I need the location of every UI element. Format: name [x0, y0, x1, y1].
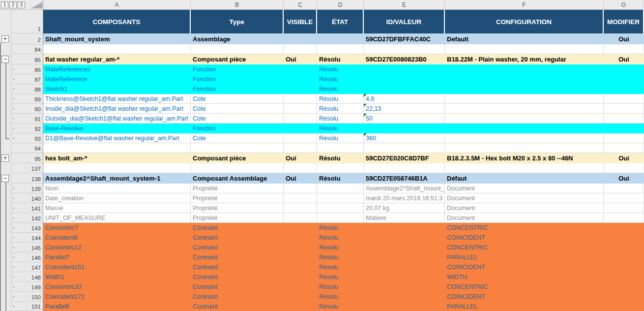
row-header-137[interactable]: 137	[11, 163, 43, 173]
cell-F149[interactable]: CONCENTRIC	[445, 282, 604, 292]
outline-level-3-button[interactable]: 3	[18, 1, 25, 8]
cell-B141[interactable]: Propriété	[191, 203, 284, 213]
cell-A142[interactable]: UNIT_OF_MEASURE	[43, 213, 191, 223]
row-header-85[interactable]: 85	[11, 54, 43, 64]
cell-D150[interactable]: Résolu	[317, 292, 364, 302]
cell-F142[interactable]: Document	[445, 213, 604, 223]
cell-G146[interactable]	[604, 252, 644, 262]
cell-E148[interactable]	[364, 272, 445, 282]
cell-D84[interactable]	[317, 44, 364, 54]
row-header-138[interactable]: 138	[11, 173, 43, 184]
cell-D138[interactable]: Résolu	[317, 173, 364, 184]
cell-A151[interactable]: Parallel6	[43, 302, 191, 311]
cell-F2[interactable]: Default	[445, 33, 604, 44]
cell-E150[interactable]	[364, 292, 445, 302]
cell-E142[interactable]: Matiere	[364, 213, 445, 223]
cell-G141[interactable]	[604, 203, 644, 213]
cell-E147[interactable]	[364, 262, 445, 272]
cell-A145[interactable]: Concentric12	[43, 243, 191, 252]
row-header-93[interactable]: 93	[11, 133, 43, 143]
cell-E88[interactable]	[364, 84, 445, 94]
cell-F147[interactable]: COINCIDENT	[445, 262, 604, 272]
collapse-group-button[interactable]: −	[1, 56, 9, 63]
row-header-92[interactable]: 92	[11, 124, 43, 133]
cell-B139[interactable]: Propriété	[191, 184, 284, 193]
cell-C91[interactable]	[284, 114, 317, 124]
row-header-90[interactable]: 90	[11, 104, 43, 114]
cell-B90[interactable]: Cote	[191, 104, 284, 114]
cell-E146[interactable]	[364, 252, 445, 262]
cell-F148[interactable]: WIDTH	[445, 272, 604, 282]
column-header-D[interactable]: D	[317, 0, 364, 9]
cell-A141[interactable]: Masse	[43, 203, 191, 213]
cell-A95[interactable]: hex bolt_am-*	[43, 153, 191, 163]
cell-C146[interactable]	[284, 252, 317, 262]
cell-A144[interactable]: Coincident6	[43, 233, 191, 243]
cell-G95[interactable]: Oui	[604, 153, 644, 163]
cell-E139[interactable]: Assemblage2^Shaft_mount_	[364, 184, 445, 193]
cell-C143[interactable]	[284, 223, 317, 233]
cell-D148[interactable]: Résolu	[317, 272, 364, 282]
row-header-140[interactable]: 140	[11, 193, 43, 203]
cell-B84[interactable]	[191, 44, 284, 54]
cell-D151[interactable]: Résolu	[317, 302, 364, 311]
cell-E92[interactable]	[364, 124, 445, 133]
cell-A85[interactable]: flat washer regular_am-*	[43, 54, 191, 64]
cell-E2[interactable]: 59CD27DFBFFAC40C	[364, 33, 445, 44]
cell-D85[interactable]: Résolu	[317, 54, 364, 64]
cell-C2[interactable]	[284, 33, 317, 44]
header-cell-modifier[interactable]: MODIFIER	[604, 10, 644, 33]
cell-A143[interactable]: Concentric7	[43, 223, 191, 233]
row-header-84[interactable]: 84	[11, 44, 43, 54]
cell-D2[interactable]	[317, 33, 364, 44]
cell-B91[interactable]: Cote	[191, 114, 284, 124]
cell-G2[interactable]: Oui	[604, 33, 644, 44]
column-header-B[interactable]: B	[191, 0, 284, 9]
cell-D92[interactable]: Résolu	[317, 124, 364, 133]
cell-E89[interactable]: 4,6	[364, 94, 445, 104]
cell-C145[interactable]	[284, 243, 317, 252]
cell-B148[interactable]: Contraint	[191, 272, 284, 282]
cell-D93[interactable]: Résolu	[317, 133, 364, 143]
cell-C87[interactable]	[284, 74, 317, 84]
cell-E91[interactable]: 50	[364, 114, 445, 124]
cell-G149[interactable]	[604, 282, 644, 292]
cell-F143[interactable]: CONCENTRIC	[445, 223, 604, 233]
cell-C90[interactable]	[284, 104, 317, 114]
cell-G91[interactable]	[604, 114, 644, 124]
cell-C86[interactable]	[284, 64, 317, 74]
row-header-146[interactable]: 146	[11, 252, 43, 262]
row-header-2[interactable]: 2	[11, 33, 43, 44]
cell-E141[interactable]: 20.07 kg	[364, 203, 445, 213]
cell-G142[interactable]	[604, 213, 644, 223]
select-all-corner-icon[interactable]	[31, 2, 42, 8]
cell-D90[interactable]: Résolu	[317, 104, 364, 114]
cell-E140[interactable]: mardi 20 mars 2018 16:51:3	[364, 193, 445, 203]
cell-F85[interactable]: B18.22M - Plain washer, 20 mm, regular	[445, 54, 604, 64]
cell-G137[interactable]	[604, 163, 644, 173]
cell-B88[interactable]: Fonction	[191, 84, 284, 94]
cell-G140[interactable]	[604, 193, 644, 203]
cell-E90[interactable]: 22,13	[364, 104, 445, 114]
cell-F138[interactable]: Défaut	[445, 173, 604, 184]
cell-G90[interactable]	[604, 104, 644, 114]
cell-A137[interactable]	[43, 163, 191, 173]
cell-D144[interactable]: Résolu	[317, 233, 364, 243]
cell-E84[interactable]	[364, 44, 445, 54]
cell-A84[interactable]	[43, 44, 191, 54]
expand-group-button[interactable]: +	[1, 35, 9, 43]
header-cell-composants[interactable]: COMPOSANTS	[43, 10, 191, 33]
cell-B94[interactable]	[191, 143, 284, 153]
row-header-148[interactable]: 148	[11, 272, 43, 282]
outline-level-2-button[interactable]: 2	[9, 1, 17, 8]
cell-B87[interactable]: Fonction	[191, 74, 284, 84]
column-header-G[interactable]: G	[604, 0, 644, 9]
column-header-A[interactable]: A	[43, 0, 191, 9]
cell-E93[interactable]: 360	[364, 133, 445, 143]
cell-G92[interactable]	[604, 124, 644, 133]
cell-A150[interactable]: Coincident172	[43, 292, 191, 302]
cell-E94[interactable]	[364, 143, 445, 153]
expand-group-button[interactable]: +	[1, 155, 9, 162]
column-header-F[interactable]: F	[445, 0, 604, 9]
cell-C150[interactable]	[284, 292, 317, 302]
